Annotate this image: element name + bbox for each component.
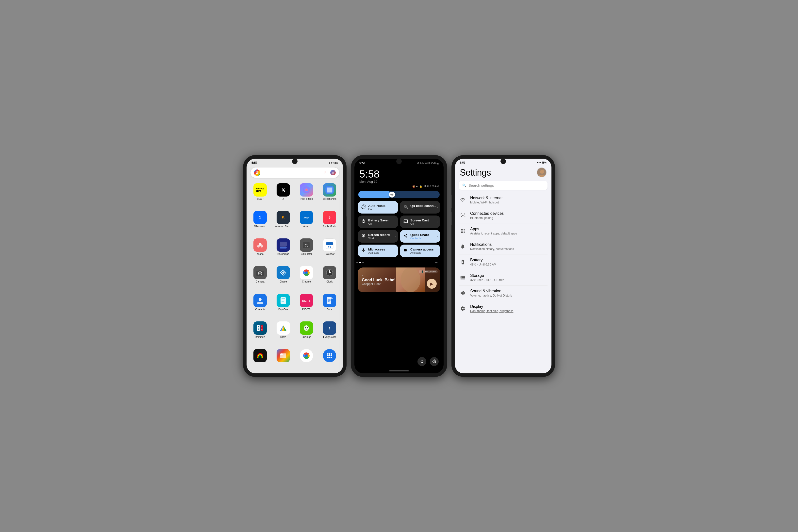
settings-search-bar[interactable]: 🔍 Search settings [459,181,548,190]
app-dominos[interactable]: Domino's [249,320,271,346]
app-files[interactable] [272,347,294,372]
app-clock-label: Clock [326,280,332,283]
screen-cast-sub: Off [410,222,437,225]
mic-access-title: Mic access [368,248,395,251]
mic-access-icon [361,248,366,254]
settings-item-notifications[interactable]: Notifications Notification history, conv… [459,239,548,254]
google-search-bar[interactable]: G 🎙 ◉ [250,168,339,178]
power-button-3[interactable] [555,200,555,217]
settings-item-storage[interactable]: Storage 37% used - 81.10 GB free [459,270,548,285]
app-duolingo-label: Duolingo [302,336,311,338]
power-shortcut[interactable]: ⏻ [430,357,439,366]
qs-until-text: Until 6:30 AM [424,185,439,188]
settings-item-sound[interactable]: Sound & vibration Volume, haptics, Do No… [459,285,548,301]
status-icons: ▾ ▾ 48% [329,162,338,164]
tile-battery-saver[interactable]: Battery Saver Off [358,215,398,228]
settings-item-battery[interactable]: Battery 48% - Until 6:30 AM [459,254,548,270]
settings-item-network[interactable]: Network & internet Mobile, Wi-Fi, hotspo… [459,192,548,208]
app-duolingo[interactable]: Duolingo [295,320,318,346]
media-artist: Chappell Roan [362,282,436,286]
home-bar[interactable] [389,370,409,372]
tile-screen-cast[interactable]: Screen Cast Off › [400,215,440,228]
svg-text:AMEX: AMEX [303,217,309,219]
app-calculator-label: Calculator [301,253,312,255]
volume-down-button-2[interactable] [351,212,351,225]
app-docs[interactable]: Docs [319,292,341,319]
app-1password[interactable]: 1 1Password [249,209,271,236]
connected-icon [459,213,467,218]
app-day-one[interactable]: Day One [272,292,294,319]
everydollar-icon: $ [323,321,336,335]
volume-up-button-2[interactable] [351,194,351,208]
dot-2 [359,262,361,263]
tile-mic-access[interactable]: Mic access Available [358,245,398,257]
volume-down-button[interactable] [243,212,243,225]
edit-button[interactable]: ✏ [435,261,438,265]
app-amazon-label: Amazon Sho... [275,225,291,228]
app-chrome[interactable]: Chrome [295,265,318,291]
app-amazon[interactable]: a Amazon Sho... [272,209,294,236]
svg-point-62 [305,327,306,328]
display-sub: Dark theme, font size, brightness [470,309,548,313]
phone-badge-icon: 📱 [421,270,424,273]
app-clock[interactable]: Clock [319,265,341,291]
battery-saver-title: Battery Saver [368,218,395,222]
settings-item-display[interactable]: Display Dark theme, font size, brightnes… [459,301,548,316]
lens-icon[interactable]: ◉ [330,170,336,175]
music-icon: ♪ [362,274,363,277]
app-rainbow[interactable] [249,347,271,372]
tile-auto-rotate[interactable]: Auto-rotate On [358,201,398,213]
brightness-control[interactable] [355,190,443,200]
power-button-2[interactable] [447,200,447,217]
media-play-button[interactable]: ▶ [427,279,437,289]
apple-music-icon: ♪ [323,211,336,224]
settings-shortcut[interactable]: ⚙ [417,357,426,366]
app-digits[interactable]: DIGITS DIGITS [295,292,318,319]
app-everydollar[interactable]: $ EveryDollar [319,320,341,346]
tile-quick-share[interactable]: Quick Share Contacts › [400,230,440,243]
app-drawer-icon [323,349,336,362]
amazon-icon: a [277,211,290,224]
qs-tiles: Auto-rotate On QR code scann... › [355,200,443,259]
app-dots[interactable] [319,347,341,372]
tile-camera-access[interactable]: Camera access Available [400,245,440,257]
app-snap[interactable]: MARVELSNAP SNAP [249,182,271,208]
sound-sub: Volume, haptics, Do Not Disturb [470,294,548,297]
app-asana[interactable]: Asana [249,237,271,264]
settings-header: Settings [455,165,551,180]
camera-access-title: Camera access [410,248,437,251]
settings-item-connected[interactable]: Connected devices Bluetooth, pairing [459,208,548,223]
app-calendar[interactable]: 19 Calendar [319,237,341,264]
app-contacts[interactable]: Contacts [249,292,271,319]
sound-content: Sound & vibration Volume, haptics, Do No… [470,289,548,297]
phone-3: 5:59 ▾ ▾ 48% Settings 🔍 Search settings [452,155,555,377]
media-player-card[interactable]: 📱 This phone ♪ Good Luck, Babe! Chappell… [358,267,440,292]
app-camera[interactable]: Camera [249,265,271,291]
apps-title: Apps [470,227,548,231]
battery-saver-content: Battery Saver Off [368,218,395,225]
app-screenshots[interactable]: Screenshots [319,182,341,208]
app-chrome2[interactable] [295,347,318,372]
settings-item-apps[interactable]: Apps Assistant, recent apps, default app… [459,223,548,239]
tile-screen-record[interactable]: Screen record Start › [358,230,398,243]
app-apple-music[interactable]: ♪ Apple Music [319,209,341,236]
user-avatar[interactable] [537,168,547,177]
qr-icon [403,205,408,210]
volume-up-button[interactable] [243,194,243,208]
app-x[interactable]: 𝕏 X [272,182,294,208]
app-calculator[interactable]: - ×+ = Calculator [295,237,318,264]
brightness-slider[interactable] [358,191,440,198]
app-drive[interactable]: Drive [272,320,294,346]
svg-point-37 [259,298,262,301]
app-chase[interactable]: Chase [272,265,294,291]
dot-3 [362,262,364,263]
mic-icon[interactable]: 🎙 [322,170,328,175]
app-backdrops[interactable]: Backdrops [272,237,294,264]
quick-share-title: Quick Share [410,233,437,237]
amex-icon: AMEX [300,211,313,224]
app-pixel-studio[interactable]: Pixel Studio [295,182,318,208]
tile-qr-code[interactable]: QR code scann... › [400,201,440,213]
notifications-title: Notifications [470,242,548,247]
svg-point-2 [305,188,308,191]
app-amex[interactable]: AMEX Amex [295,209,318,236]
